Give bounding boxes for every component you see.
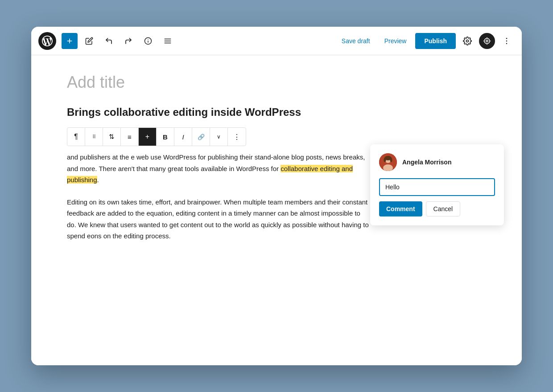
svg-point-7 xyxy=(484,38,490,44)
edit-button[interactable] xyxy=(81,33,97,49)
svg-point-6 xyxy=(466,40,469,42)
paragraph-type-button[interactable]: ¶ xyxy=(67,128,85,146)
wp-logo[interactable] xyxy=(38,32,56,50)
post-title[interactable]: Add title xyxy=(67,73,370,92)
align-button[interactable]: ≡ xyxy=(121,128,139,146)
block-toolbar: ¶ ⠿ ⇅ ≡ + B I 🔗 ∨ ⋮ xyxy=(67,127,246,146)
drag-handle-button[interactable]: ⠿ xyxy=(85,128,103,146)
svg-point-15 xyxy=(506,43,508,44)
cancel-comment-button[interactable]: Cancel xyxy=(426,201,461,216)
browser-window: Save draft Preview Publish xyxy=(31,27,522,365)
more-options-button[interactable] xyxy=(499,33,515,49)
svg-point-8 xyxy=(486,40,488,42)
add-block-inline-button[interactable]: + xyxy=(139,128,157,146)
svg-point-20 xyxy=(384,158,386,162)
editor-area: Add title Brings collaborative editing i… xyxy=(67,55,370,365)
info-button[interactable] xyxy=(140,33,156,49)
comment-user-info: Angela Morrison xyxy=(379,153,495,171)
italic-format-button[interactable]: I xyxy=(174,128,192,146)
highlighted-text: collaborative editing and publishing xyxy=(67,165,353,184)
svg-point-13 xyxy=(506,37,508,39)
add-block-button[interactable] xyxy=(62,33,78,49)
comment-input[interactable] xyxy=(379,178,495,196)
bold-format-button[interactable]: B xyxy=(157,128,174,146)
preview-button[interactable]: Preview xyxy=(379,34,412,48)
paragraph-2[interactable]: Editing on its own takes time, effort, a… xyxy=(67,196,370,242)
svg-point-21 xyxy=(390,158,392,162)
link-button[interactable]: 🔗 xyxy=(192,128,210,146)
comment-actions: Comment Cancel xyxy=(379,201,495,216)
post-heading[interactable]: Brings collaborative editing inside Word… xyxy=(67,106,370,118)
avatar-image xyxy=(379,153,397,171)
editor-toolbar: Save draft Preview Publish xyxy=(31,27,522,55)
settings-button[interactable] xyxy=(459,33,475,49)
comment-popup: Angela Morrison Comment Cancel xyxy=(370,144,504,225)
block-more-options-button[interactable]: ⋮ xyxy=(228,128,246,146)
save-draft-button[interactable]: Save draft xyxy=(336,34,376,48)
publish-button[interactable]: Publish xyxy=(415,33,456,49)
commenter-name: Angela Morrison xyxy=(402,159,451,166)
content-area: Add title Brings collaborative editing i… xyxy=(31,55,522,365)
more-formats-button[interactable]: ∨ xyxy=(210,128,228,146)
move-arrows-button[interactable]: ⇅ xyxy=(103,128,121,146)
redo-button[interactable] xyxy=(120,33,136,49)
svg-point-14 xyxy=(506,40,508,41)
undo-button[interactable] xyxy=(101,33,117,49)
view-button[interactable] xyxy=(479,33,495,49)
paragraph-1[interactable]: and publishers at the e web use WordPres… xyxy=(67,151,370,186)
list-view-button[interactable] xyxy=(160,33,176,49)
avatar xyxy=(379,153,397,171)
submit-comment-button[interactable]: Comment xyxy=(379,201,422,216)
